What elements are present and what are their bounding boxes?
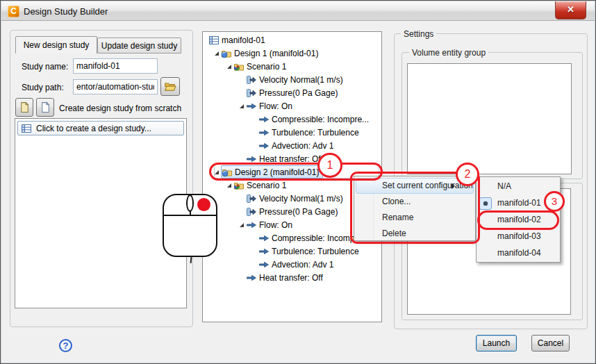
tree-item-label: Scenario 1 [247, 62, 286, 72]
volume-entity-list [407, 63, 572, 174]
expander-icon[interactable] [215, 51, 219, 56]
tree-item-label: Heat transfer: Off [259, 273, 323, 283]
study-name-input[interactable] [73, 58, 158, 74]
expander-icon[interactable] [240, 223, 244, 227]
tree-item-content: Heat transfer: Off [246, 271, 326, 284]
tree-item-turbulence-turbulence[interactable]: Turbulence: Turbulence [203, 126, 381, 139]
tree-item-content: manifold-01 [208, 33, 269, 47]
submenu-item-n-a[interactable]: N/A [477, 179, 560, 195]
tree-item-pressure-0-pa-gage[interactable]: Pressure(0 Pa Gage) [203, 86, 381, 99]
window-title: Design Study Builder [24, 6, 108, 17]
tree-item-content: Flow: On [246, 218, 296, 231]
tree-item-content: Turbulence: Turbulence [258, 245, 363, 258]
menu-item-set-current-configuration[interactable]: Set current configuration [356, 178, 474, 194]
menu-item-rename[interactable]: Rename [356, 210, 474, 226]
open-folder-icon [164, 81, 176, 93]
context-menu: Set current configurationClone...RenameD… [354, 176, 476, 241]
scenario-icon [233, 61, 245, 72]
tree-item-content: Design 1 (manifold-01) [221, 47, 322, 60]
study-name-label: Study name: [22, 62, 68, 72]
create-design-study-label: Click to create a design study... [36, 124, 151, 133]
tree-item-label: Heat transfer: Off [259, 154, 323, 164]
tree-item-content: Pressure(0 Pa Gage) [246, 205, 341, 218]
mouse-right-button-dot [197, 198, 210, 211]
arrow-icon [258, 140, 270, 151]
tree-item-label: Design 1 (manifold-01) [234, 49, 318, 58]
arrow-icon [246, 154, 257, 165]
tree-item-flow-on[interactable]: Flow: On [203, 99, 381, 113]
tree-item-content: Velocity Normal(1 m/s) [246, 192, 347, 205]
browse-folder-button[interactable] [160, 77, 180, 96]
tree-item-label: Flow: On [259, 220, 292, 230]
arrow-icon [246, 220, 257, 231]
arrow-icon [258, 233, 270, 244]
tree-item-advection-adv-1[interactable]: Advection: Adv 1 [203, 258, 381, 271]
table-grid-icon [21, 123, 32, 134]
design-icon [221, 48, 232, 59]
tree-item-design-1-manifold-01[interactable]: Design 1 (manifold-01) [203, 47, 381, 60]
create-design-study-row[interactable]: Click to create a design study... [17, 121, 184, 135]
tree-item-label: Scenario 1 [247, 181, 286, 190]
help-icon[interactable]: ? [59, 339, 72, 352]
tree-item-content: Scenario 1 [233, 179, 290, 192]
expander-icon[interactable] [227, 65, 231, 69]
submenu-item-manifold-02[interactable]: manifold-02 [477, 212, 560, 229]
document-white-icon [40, 101, 51, 113]
tree-item-scenario-1[interactable]: Scenario 1 [203, 60, 381, 73]
submenu-arrow-icon [452, 183, 455, 189]
expander-icon[interactable] [240, 104, 244, 108]
expander-icon[interactable] [227, 183, 231, 188]
scenario-icon [233, 180, 245, 191]
new-study-button[interactable] [15, 98, 33, 117]
tree-item-manifold-01[interactable]: manifold-01 [203, 33, 381, 47]
arrow-icon [258, 246, 270, 257]
tree-item-advection-adv-1[interactable]: Advection: Adv 1 [203, 139, 381, 152]
design-study-list: Click to create a design study... [15, 118, 187, 308]
tree-item-label: Advection: Adv 1 [272, 260, 333, 270]
tree-item-label: Advection: Adv 1 [272, 141, 333, 151]
tree-item-content: Advection: Adv 1 [258, 258, 337, 271]
tree-item-label: Turbulence: Turbulence [272, 128, 359, 138]
mouse-button-divider [164, 215, 216, 216]
design-study-builder-window: C Design Study Builder ✕ New design stud… [0, 0, 596, 364]
tree-item-label: Turbulence: Turbulence [272, 247, 359, 256]
create-from-scratch-label: Create design study from scratch [59, 104, 181, 113]
tree-item-turbulence-turbulence[interactable]: Turbulence: Turbulence [203, 245, 381, 258]
tree-item-label: Flow: On [259, 101, 292, 111]
selected-radio-icon [479, 197, 492, 210]
tab-new-design-study[interactable]: New design study [15, 36, 97, 53]
submenu-item-manifold-04[interactable]: manifold-04 [477, 245, 560, 262]
tree-item-content: Pressure(0 Pa Gage) [246, 86, 341, 99]
tree-item-label: Compressible: Incompre... [272, 115, 369, 124]
configuration-submenu: N/Amanifold-01manifold-02manifold-03mani… [476, 176, 561, 263]
menu-item-delete[interactable]: Delete [356, 226, 474, 242]
new-blank-study-button[interactable] [36, 98, 54, 117]
launch-button[interactable]: Launch [476, 335, 517, 351]
submenu-item-manifold-01[interactable]: manifold-01 [477, 195, 560, 212]
bc-icon [246, 88, 257, 99]
study-path-label: Study path: [22, 83, 64, 92]
tree-item-content: Turbulence: Turbulence [258, 126, 363, 139]
radio-dot-icon [483, 201, 488, 206]
bc-icon [246, 193, 257, 204]
tree-item-content: Scenario 1 [233, 60, 290, 73]
mouse-wheel-icon [186, 195, 194, 212]
tab-update-design-study[interactable]: Update design study [97, 38, 181, 53]
tree-item-velocity-normal-1-m-s[interactable]: Velocity Normal(1 m/s) [203, 73, 381, 86]
cancel-button[interactable]: Cancel [531, 335, 570, 351]
tree-item-label: Pressure(0 Pa Gage) [259, 88, 338, 98]
tree-item-content: Flow: On [246, 99, 296, 113]
submenu-item-manifold-03[interactable]: manifold-03 [477, 229, 560, 245]
volume-entity-group-label: Volume entity group [409, 48, 488, 58]
close-button[interactable]: ✕ [555, 1, 586, 19]
settings-title: Settings [401, 29, 436, 39]
title-bar[interactable]: C Design Study Builder ✕ [1, 1, 595, 21]
tree-item-label: Pressure(0 Pa Gage) [259, 207, 338, 217]
tree-item-heat-transfer-off[interactable]: Heat transfer: Off [203, 271, 381, 284]
bc-icon [246, 206, 257, 217]
tree-item-label: manifold-01 [222, 35, 265, 45]
app-icon: C [8, 6, 19, 17]
study-path-input[interactable] [73, 79, 158, 94]
menu-item-clone[interactable]: Clone... [356, 194, 474, 210]
tree-item-compressible-incompre[interactable]: Compressible: Incompre... [203, 113, 381, 126]
